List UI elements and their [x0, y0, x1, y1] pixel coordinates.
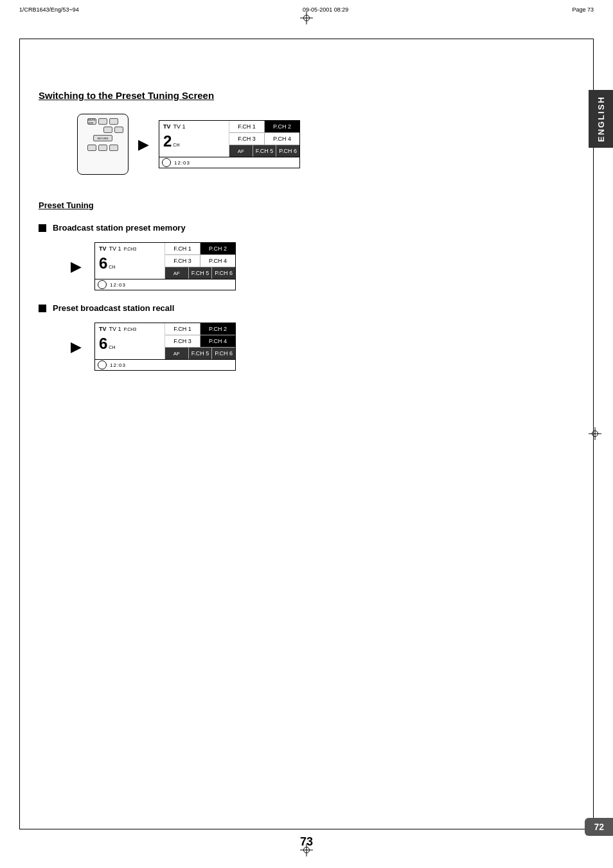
main-title: Switching to the Preset Tuning Screen: [39, 90, 568, 101]
d2-cell-2-1: F.CH 3: [165, 255, 200, 267]
d2-cell-3-2: P.CH 6: [212, 267, 235, 279]
page-num-tab: 72: [585, 818, 613, 836]
d3-cell-3-2: P.CH 6: [212, 348, 235, 359]
page-num-center: 73: [300, 835, 313, 849]
display-row-3: ▶ TV TV 1 P.CH3 6 CH F.CH 1: [77, 323, 568, 371]
pch-label-2: P.CH3: [124, 247, 137, 251]
d3-tv-circle-icon: [98, 360, 107, 369]
cell-3-1: F.CH 5: [253, 145, 277, 157]
d3-cell-1-2: P.CH 2: [200, 323, 235, 335]
tv-label-1: TV: [163, 123, 171, 130]
tv-display-2: TV TV 1 P.CH3 6 CH F.CH 1 P.CH 2: [94, 242, 236, 290]
cell-1-2: P.CH 2: [265, 121, 299, 132]
pch-label-3: P.CH3: [124, 327, 137, 332]
bullet-icon-2: [39, 305, 46, 312]
header-right: Page 73: [572, 6, 594, 13]
big-num-3: 6: [99, 336, 107, 351]
tv1-label-2: TV 1: [109, 245, 121, 252]
sub-label-1: CH: [173, 143, 179, 147]
big-num-2: 6: [99, 256, 107, 271]
d3-cell-2-2: P.CH 4: [200, 335, 235, 347]
display-row-2: ▶ TV TV 1 P.CH3 6 CH F.CH 1: [77, 242, 568, 290]
d3-af-cell: AF: [165, 348, 189, 359]
remote-control-illus: MUTEOFF RETURN: [77, 114, 129, 175]
d2-tv-circle-icon: [98, 280, 107, 289]
tv-label-2: TV: [99, 245, 107, 252]
border-right: [593, 39, 594, 829]
d2-cell-1-1: F.CH 1: [165, 243, 200, 254]
d3-cell-1-1: F.CH 1: [165, 323, 200, 335]
cell-2-1: F.CH 3: [229, 133, 265, 145]
bullet-item-1: Broadcast station preset memory: [39, 223, 568, 233]
af-cell: AF: [229, 145, 253, 157]
main-content: Switching to the Preset Tuning Screen MU…: [39, 45, 568, 823]
bullet-icon-1: [39, 224, 46, 232]
border-top: [19, 39, 594, 39]
cell-1-1: F.CH 1: [229, 121, 265, 132]
bullet-label-1: Broadcast station preset memory: [53, 223, 186, 233]
tv-time-2: 12:03: [110, 282, 126, 288]
cell-3-2: P.CH 6: [276, 145, 299, 157]
tv-time-1: 12:03: [174, 160, 190, 166]
arrow-icon-1: ▶: [138, 136, 149, 153]
english-tab: ENGLISH: [589, 90, 613, 148]
d2-cell-3-1: F.CH 5: [189, 267, 213, 279]
arrow-icon-2: ▶: [71, 258, 82, 275]
preset-tuning-title: Preset Tuning: [39, 200, 568, 210]
border-left: [19, 39, 20, 829]
tv-circle-icon: [162, 158, 171, 167]
bullet-label-2: Preset broadcast station recall: [53, 303, 174, 313]
big-num-1: 2: [163, 134, 172, 149]
header-center: 09-05-2001 08:29: [303, 6, 348, 13]
tv-label-3: TV: [99, 326, 107, 332]
tv-time-3: 12:03: [110, 362, 126, 368]
english-tab-label: ENGLISH: [596, 96, 606, 142]
d2-af-cell: AF: [165, 267, 189, 279]
page-header: 1/CRB1643/Eng/53~94 09-05-2001 08:29 Pag…: [19, 6, 594, 13]
bullet-item-2: Preset broadcast station recall: [39, 303, 568, 313]
arrow-icon-3: ▶: [71, 339, 82, 355]
tv1-label-3: TV 1: [109, 326, 121, 332]
header-left: 1/CRB1643/Eng/53~94: [19, 6, 79, 13]
border-bottom: [19, 829, 594, 829]
tv-display-1: TV TV 1 2 CH F.CH 1 P.CH 2 F.CH 3: [159, 120, 300, 168]
d3-cell-2-1: F.CH 3: [165, 335, 200, 347]
tv1-label-1: TV 1: [173, 123, 186, 130]
cell-2-2: P.CH 4: [265, 133, 299, 145]
d3-cell-3-1: F.CH 5: [189, 348, 213, 359]
sub-label-3: CH: [109, 345, 115, 350]
tv-display-3: TV TV 1 P.CH3 6 CH F.CH 1 P.CH 2: [94, 323, 236, 371]
sub-label-2: CH: [109, 265, 115, 269]
display-row-1: MUTEOFF RETURN ▶: [77, 114, 568, 175]
d2-cell-1-2: P.CH 2: [200, 243, 235, 254]
d2-cell-2-2: P.CH 4: [200, 255, 235, 267]
